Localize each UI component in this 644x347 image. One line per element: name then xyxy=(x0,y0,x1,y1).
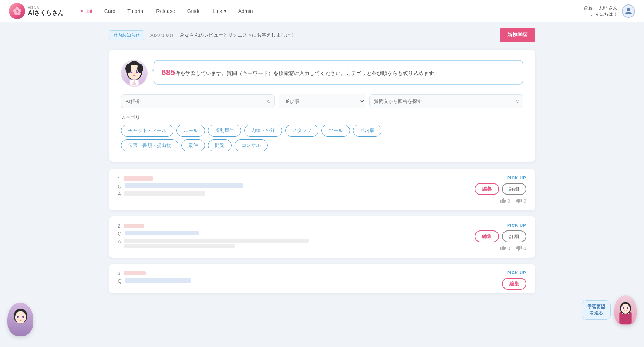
svg-point-11 xyxy=(15,311,26,323)
nav-item-tutorial[interactable]: Tutorial xyxy=(122,5,149,17)
nav-item-link[interactable]: Link ▾ xyxy=(208,5,232,17)
logo-area: ver 5.0 AIさくらさん xyxy=(9,3,64,19)
category-tag-company[interactable]: 社内事 xyxy=(353,125,381,137)
sort-select[interactable]: 並び順 xyxy=(279,94,365,108)
result-card-1: 1 Q A PICK UP 編集 詳細 xyxy=(109,169,535,210)
result-actions-1: 編集 詳細 xyxy=(475,183,526,195)
user-suffix: さん xyxy=(608,5,617,10)
result-card-3-right: PICK UP 編集 xyxy=(502,270,526,290)
thumbs-down-count-1: 0 xyxy=(523,198,526,204)
result-a-line1-2 xyxy=(124,239,309,243)
sakura-row: 685件を学習しています。質問（キーワード）を検索窓に入力してください。カテゴリ… xyxy=(121,60,523,87)
svg-point-7 xyxy=(125,64,131,73)
result-number-2: 2 xyxy=(118,223,121,229)
nav-dot xyxy=(81,10,83,12)
result-q-2: Q xyxy=(118,231,475,236)
category-label: カテゴリ xyxy=(121,114,523,121)
answer-search-wrap: ↻ xyxy=(369,94,523,108)
svg-point-8 xyxy=(137,64,143,73)
thumbs-down-2[interactable]: 0 xyxy=(516,245,526,251)
floating-sakura-right xyxy=(614,295,637,325)
logo-version: ver 5.0 xyxy=(28,5,64,9)
user-last-name: 斎藤 xyxy=(584,5,593,10)
edit-button-3[interactable]: 編集 xyxy=(502,278,526,290)
result-card-3: 3 Q PICK UP 編集 xyxy=(109,264,535,293)
thumbs-down-1[interactable]: 0 xyxy=(516,198,526,204)
edit-button-1[interactable]: 編集 xyxy=(475,183,499,195)
thumbs-up-count-1: 0 xyxy=(508,198,510,204)
category-tag-dev[interactable]: 開発 xyxy=(208,139,232,151)
detail-button-2[interactable]: 詳細 xyxy=(502,230,526,242)
answer-refresh-icon[interactable]: ↻ xyxy=(515,98,520,104)
nav-item-release[interactable]: Release xyxy=(151,5,180,17)
announcement-text: みなさんのレビューとリクエストにお答えしました！ xyxy=(180,32,295,38)
svg-point-6 xyxy=(134,73,135,74)
category-tag-extension[interactable]: 内線・外線 xyxy=(244,125,282,137)
pickup-badge-2: PICK UP xyxy=(507,223,526,228)
thumbs-up-1[interactable]: 0 xyxy=(500,198,510,204)
main-content: 社内お知らせ 2022/09/01 みなさんのレビューとリクエストにお答えしまし… xyxy=(100,22,544,305)
category-tag-tool[interactable]: ツール xyxy=(321,125,350,137)
search-card: 685件を学習しています。質問（キーワード）を検索窓に入力してください。カテゴリ… xyxy=(109,50,535,162)
result-card-2-right: PICK UP 編集 詳細 0 0 xyxy=(475,223,526,251)
speech-message: 件を学習しています。質問（キーワード）を検索窓に入力してください。カテゴリと並び… xyxy=(175,70,439,76)
svg-point-12 xyxy=(17,315,19,317)
svg-point-19 xyxy=(627,307,628,309)
result-category-blurred-2 xyxy=(124,224,144,228)
nav-label-admin: Admin xyxy=(238,8,253,14)
nav-item-card[interactable]: Card xyxy=(99,5,121,17)
user-info: 斎藤 太郎 さん こんにちは！ xyxy=(584,5,617,17)
nav-label-list: List xyxy=(84,8,92,14)
result-number-1: 1 xyxy=(118,176,121,181)
category-tags: チャット・メール ルール 福利厚生 内線・外線 スタッフ ツール 社内事 xyxy=(121,125,523,137)
result-category-blurred-1 xyxy=(124,176,153,181)
ai-search-input[interactable] xyxy=(121,94,275,108)
result-card-3-left: 3 Q xyxy=(118,270,502,286)
logo-icon xyxy=(9,3,25,19)
category-tag-project[interactable]: 案件 xyxy=(181,139,205,151)
announcement-bar: 社内お知らせ 2022/09/01 みなさんのレビューとリクエストにお答えしまし… xyxy=(109,28,535,42)
nav-label-link: Link xyxy=(213,8,222,14)
answer-search-input[interactable] xyxy=(369,94,523,108)
announcement-date: 2022/09/01 xyxy=(150,33,174,38)
nav-item-admin[interactable]: Admin xyxy=(233,5,258,17)
nav-item-list[interactable]: List xyxy=(75,5,98,17)
floating-char-avatar xyxy=(7,303,33,336)
result-a-2: A xyxy=(118,239,475,248)
user-avatar[interactable] xyxy=(622,4,635,18)
nav-item-guide[interactable]: Guide xyxy=(182,5,206,17)
speech-bubble: 685件を学習しています。質問（キーワード）を検索窓に入力してください。カテゴリ… xyxy=(154,60,523,85)
nav-label-guide: Guide xyxy=(187,8,201,14)
edit-button-2[interactable]: 編集 xyxy=(475,230,499,242)
result-a-1: A xyxy=(118,191,475,197)
user-greeting: こんにちは！ xyxy=(584,11,617,17)
detail-button-1[interactable]: 詳細 xyxy=(502,183,526,195)
learning-request-text: 学習要望を送る xyxy=(587,304,605,316)
user-first-name: 太郎 xyxy=(599,5,607,10)
result-q-1: Q xyxy=(118,183,475,189)
nav-label-card: Card xyxy=(104,8,115,14)
refresh-icon[interactable]: ↻ xyxy=(267,98,271,104)
result-a-text-1 xyxy=(124,191,205,196)
result-q-text-1 xyxy=(125,183,243,188)
result-card-2-left: 2 Q A xyxy=(118,223,475,248)
result-number-3: 3 xyxy=(118,270,121,276)
logo-name: AIさくらさん xyxy=(28,9,64,17)
thumbs-up-2[interactable]: 0 xyxy=(500,245,510,251)
category-tag-chat[interactable]: チャット・メール xyxy=(121,125,173,137)
category-tag-consult[interactable]: コンサル xyxy=(235,139,268,151)
header-right: 斎藤 太郎 さん こんにちは！ xyxy=(584,4,635,18)
result-card-1-left: 1 Q A xyxy=(118,176,475,197)
category-tag-rule[interactable]: ルール xyxy=(176,125,205,137)
ai-search-wrap: ↻ xyxy=(121,94,275,108)
vote-area-1: 0 0 xyxy=(500,198,526,204)
logo-text: ver 5.0 AIさくらさん xyxy=(28,5,64,17)
thumbs-up-count-2: 0 xyxy=(508,246,510,251)
learning-request-bubble[interactable]: 学習要望を送る xyxy=(582,300,611,320)
category-tag-staff[interactable]: スタッフ xyxy=(285,125,318,137)
new-learning-button[interactable]: 新規学習 xyxy=(500,28,535,42)
category-tag-welfare[interactable]: 福利厚生 xyxy=(208,125,241,137)
q-icon-1: Q xyxy=(118,183,122,189)
category-tag-docs[interactable]: 伝票・書類・提出物 xyxy=(121,139,178,151)
result-a-line2-2 xyxy=(124,244,235,248)
